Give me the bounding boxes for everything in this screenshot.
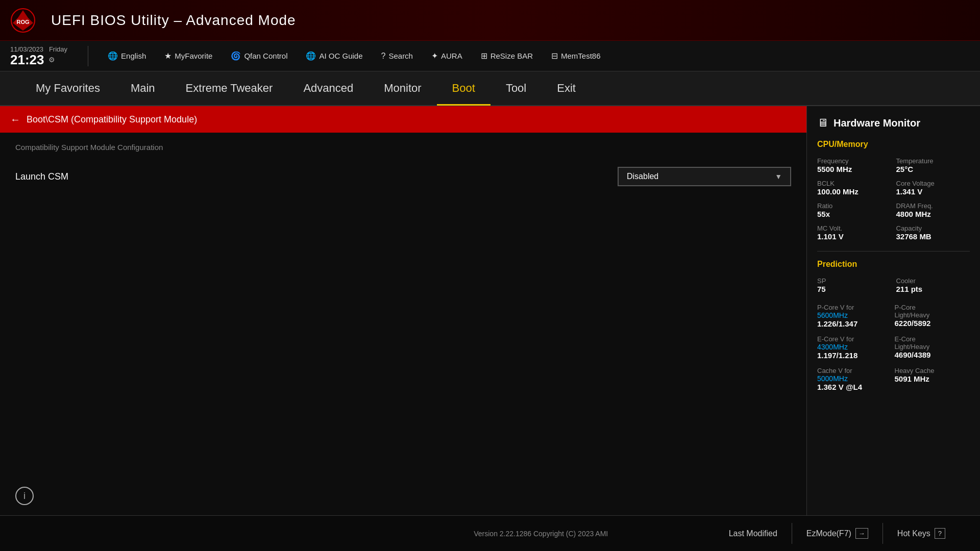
ecore-lh-label: E-CoreLight/Heavy xyxy=(895,335,970,350)
nav-item-favorites[interactable]: My Favorites xyxy=(20,72,115,106)
app-title: UEFI BIOS Utility – Advanced Mode xyxy=(51,12,296,29)
section-title: Compatibility Support Module Configurati… xyxy=(15,143,791,152)
heavy-cache-value: 5091 MHz xyxy=(895,374,970,383)
nav-item-monitor[interactable]: Monitor xyxy=(369,72,436,106)
hw-core-voltage: Core Voltage 1.341 V xyxy=(896,180,970,196)
footer: Version 2.22.1286 Copyright (C) 2023 AMI… xyxy=(0,515,980,551)
breadcrumb-bar: ← Boot\CSM (Compatibility Support Module… xyxy=(0,106,806,133)
ezmode-button[interactable]: EzMode(F7) → xyxy=(792,523,883,544)
cpu-memory-grid: Frequency 5500 MHz Temperature 25°C BCLK… xyxy=(817,157,970,241)
globe-icon: 🌐 xyxy=(108,51,118,61)
hotkeys-icon: ? xyxy=(935,528,945,539)
hardware-monitor-panel: 🖥 Hardware Monitor CPU/Memory Frequency … xyxy=(806,106,980,515)
nav-item-tool[interactable]: Tool xyxy=(491,72,542,106)
aioc-icon: 🌐 xyxy=(306,51,316,61)
pcore-v-label: P-Core V for xyxy=(817,304,893,311)
toolbar-qfan[interactable]: 🌀 Qfan Control xyxy=(227,49,291,63)
toolbar-aioc[interactable]: 🌐 AI OC Guide xyxy=(302,49,366,63)
hw-mc-volt: MC Volt. 1.101 V xyxy=(817,224,891,241)
heavy-cache-label: Heavy Cache xyxy=(895,367,970,374)
hw-temperature: Temperature 25°C xyxy=(896,157,970,173)
header-logo: ROG xyxy=(10,8,36,33)
mc-volt-value: 1.101 V xyxy=(817,232,891,241)
aura-icon: ✦ xyxy=(431,51,438,61)
content-area: ← Boot\CSM (Compatibility Support Module… xyxy=(0,106,980,515)
pcore-v-row: P-Core V for 5600MHz 1.226/1.347 P-CoreL… xyxy=(817,304,970,328)
last-modified-label: Last Modified xyxy=(729,529,777,538)
info-icon: i xyxy=(23,491,26,502)
pcore-lh-label: P-CoreLight/Heavy xyxy=(895,304,970,319)
ecore-v-label: E-Core V for xyxy=(817,335,893,343)
ecore-v-value: 1.197/1.218 xyxy=(817,351,893,360)
prediction-section-title: Prediction xyxy=(817,260,970,269)
toolbar-memtest[interactable]: ⊟ MemTest86 xyxy=(547,49,605,63)
nav-item-advanced[interactable]: Advanced xyxy=(288,72,369,106)
settings-gear-icon[interactable]: ⚙ xyxy=(48,56,55,64)
hw-dram-freq: DRAM Freq. 4800 MHz xyxy=(896,202,970,218)
toolbar-myfavorite[interactable]: ★ MyFavorite xyxy=(160,49,216,63)
language-label: English xyxy=(121,52,146,60)
ecore-lh-value: 4690/4389 xyxy=(895,350,970,359)
ratio-value: 55x xyxy=(817,210,891,218)
pcore-lh-value: 6220/5892 xyxy=(895,319,970,328)
breadcrumb-path: Boot\CSM (Compatibility Support Module) xyxy=(27,114,197,125)
toolbar-aura[interactable]: ✦ AURA xyxy=(427,49,467,63)
footer-version: Version 2.22.1286 Copyright (C) 2023 AMI xyxy=(368,530,715,538)
nav-bar: My Favorites Main Extreme Tweaker Advanc… xyxy=(0,71,980,106)
resizebar-icon: ⊞ xyxy=(481,51,487,61)
hw-capacity: Capacity 32768 MB xyxy=(896,224,970,241)
info-button[interactable]: i xyxy=(15,487,34,505)
hotkeys-label: Hot Keys xyxy=(897,529,930,538)
mc-volt-label: MC Volt. xyxy=(817,224,891,232)
toolbar-resizebar[interactable]: ⊞ ReSize BAR xyxy=(477,49,537,63)
fan-icon: 🌀 xyxy=(231,51,241,61)
frequency-label: Frequency xyxy=(817,157,891,165)
header: ROG UEFI BIOS Utility – Advanced Mode xyxy=(0,0,980,41)
cache-v-value: 1.362 V @L4 xyxy=(817,383,893,391)
search-icon: ? xyxy=(381,52,386,61)
cache-v-row: Cache V for 5000MHz 1.362 V @L4 Heavy Ca… xyxy=(817,367,970,391)
launch-csm-label: Launch CSM xyxy=(15,171,68,182)
memtest-label: MemTest86 xyxy=(561,52,601,60)
search-label: Search xyxy=(388,52,413,60)
hw-frequency: Frequency 5500 MHz xyxy=(817,157,891,173)
cache-v-label: Cache V for xyxy=(817,367,893,374)
qfan-label: Qfan Control xyxy=(244,52,287,60)
launch-csm-dropdown[interactable]: Disabled ▼ xyxy=(618,167,791,186)
toolbar-time: 21:23 xyxy=(10,53,44,66)
capacity-label: Capacity xyxy=(896,224,970,232)
toolbar-divider xyxy=(88,46,88,66)
breadcrumb-back-button[interactable]: ← xyxy=(10,114,20,126)
settings-area: Compatibility Support Module Configurati… xyxy=(0,133,806,515)
dropdown-arrow-icon: ▼ xyxy=(775,172,782,181)
monitor-icon: 🖥 xyxy=(817,116,828,130)
favorite-icon: ★ xyxy=(164,51,172,61)
bclk-value: 100.00 MHz xyxy=(817,187,891,196)
sp-label: SP xyxy=(817,277,891,285)
svg-text:ROG: ROG xyxy=(16,18,29,24)
footer-actions: Last Modified EzMode(F7) → Hot Keys ? xyxy=(715,523,960,544)
bclk-label: BCLK xyxy=(817,180,891,187)
cooler-value: 211 pts xyxy=(896,285,970,293)
rog-logo-icon: ROG xyxy=(10,8,36,33)
toolbar-search[interactable]: ? Search xyxy=(377,49,417,63)
settings-row-launch-csm: Launch CSM Disabled ▼ xyxy=(15,162,791,191)
last-modified-button[interactable]: Last Modified xyxy=(715,524,792,543)
nav-item-exit[interactable]: Exit xyxy=(542,72,591,106)
core-voltage-value: 1.341 V xyxy=(896,187,970,196)
hw-sp: SP 75 xyxy=(817,277,891,293)
sp-value: 75 xyxy=(817,285,891,293)
hw-divider xyxy=(817,251,970,252)
dram-freq-value: 4800 MHz xyxy=(896,210,970,218)
hw-monitor-title: Hardware Monitor xyxy=(834,117,920,129)
ezmode-label: EzMode(F7) xyxy=(806,529,851,538)
nav-item-boot[interactable]: Boot xyxy=(437,72,491,106)
resizebar-label: ReSize BAR xyxy=(491,52,533,60)
nav-item-main[interactable]: Main xyxy=(115,72,170,106)
prediction-sp-grid: SP 75 Cooler 211 pts xyxy=(817,277,970,293)
nav-item-extreme[interactable]: Extreme Tweaker xyxy=(170,72,288,106)
hotkeys-button[interactable]: Hot Keys ? xyxy=(883,523,960,544)
pcore-v-link: 5600MHz xyxy=(817,311,893,319)
cache-v-link: 5000MHz xyxy=(817,374,893,383)
toolbar-language[interactable]: 🌐 English xyxy=(104,49,150,63)
